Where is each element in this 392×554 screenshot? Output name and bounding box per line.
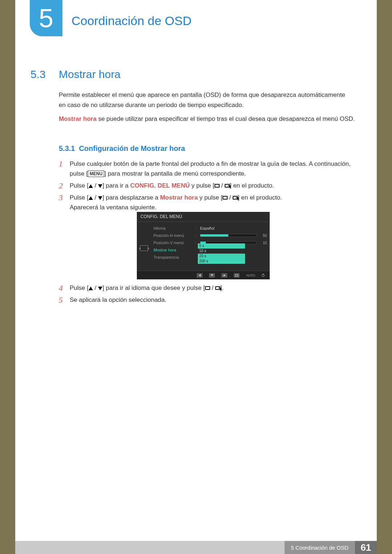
- osd-option-10s: 10 s: [198, 249, 245, 254]
- osd-row-idioma: Idioma: [154, 225, 195, 232]
- osd-body: Idioma Posición-H menú Posición-V menú M…: [137, 222, 270, 261]
- up-arrow-icon: [89, 184, 93, 188]
- osd-val-posh: : 50: [195, 232, 267, 239]
- down-arrow-icon: [98, 287, 102, 290]
- step-number: 5: [59, 295, 70, 305]
- chapter-number: 5: [39, 3, 53, 33]
- step-4: 4 Pulse [ / ] para ir al idioma que dese…: [59, 283, 356, 293]
- section-title: Mostrar hora: [59, 68, 121, 81]
- document-page: 5 Coordinación de OSD 5.3 Mostrar hora P…: [15, 0, 377, 554]
- osd-values: : Español : 50 : 10 5 s 10 s 20 s: [195, 222, 270, 261]
- menu-key-label: MENU: [88, 171, 104, 177]
- select-icon: [215, 184, 220, 188]
- osd-preview-window: CONFIG. DEL MENÚ Idioma Posición-H menú …: [137, 212, 270, 279]
- osd-val-idioma: : Español: [195, 225, 267, 232]
- step-5: 5 Se aplicará la opción seleccionada.: [59, 295, 356, 305]
- up-arrow-icon: [89, 287, 93, 290]
- osd-footer: AUTO: [137, 271, 270, 279]
- enter-icon: [225, 184, 230, 188]
- step3-highlight: Mostrar hora: [160, 194, 198, 201]
- step-number: 3: [59, 193, 70, 212]
- intro-highlight: Mostrar hora: [59, 115, 97, 122]
- osd-down-icon: [209, 273, 215, 278]
- subsection-number: 5.3.1: [59, 144, 75, 152]
- osd-power-icon: [262, 274, 265, 277]
- osd-row-posh: Posición-H menú: [154, 232, 195, 239]
- osd-labels: Idioma Posición-H menú Posición-V menú M…: [151, 222, 195, 261]
- steps-list-lower: 4 Pulse [ / ] para ir al idioma que dese…: [59, 283, 356, 307]
- select-icon: [222, 196, 228, 200]
- osd-option-200s: 200 s: [198, 259, 245, 264]
- up-arrow-icon: [89, 196, 93, 200]
- select-icon: [205, 286, 210, 290]
- osd-position-icon: [140, 245, 148, 251]
- osd-posv-value: 10: [259, 241, 267, 245]
- footer-page-number: 61: [355, 541, 377, 554]
- step-2: 2 Pulse [ / ] para ir a CONFIG. DEL MENÚ…: [59, 181, 356, 190]
- intro-rest: se puede utilizar para especificar el ti…: [97, 115, 355, 122]
- page-footer: 5 Coordinación de OSD 61: [15, 541, 377, 554]
- osd-option-20s: 20 s: [198, 254, 245, 259]
- enter-icon: [233, 196, 238, 200]
- osd-slider-h: [200, 234, 257, 237]
- osd-idioma-value: Español: [200, 226, 215, 230]
- osd-header: CONFIG. DEL MENÚ: [137, 212, 270, 222]
- enter-icon: [215, 286, 220, 290]
- step2-highlight: CONFIG. DEL MENÚ: [130, 182, 190, 189]
- step-body: Pulse [ / ] para desplazarse a Mostrar h…: [70, 193, 356, 212]
- section-number: 5.3: [30, 68, 46, 81]
- subsection-heading: 5.3.1 Configuración de Mostrar hora: [59, 144, 185, 153]
- footer-breadcrumb: 5 Coordinación de OSD: [285, 541, 355, 554]
- intro-paragraph-1: Permite establecer el menú que aparece e…: [59, 90, 349, 110]
- chapter-badge: 5: [30, 0, 62, 36]
- step-3: 3 Pulse [ / ] para desplazarse a Mostrar…: [59, 193, 356, 212]
- intro-paragraph-2: Mostrar hora se puede utilizar para espe…: [59, 114, 355, 124]
- chapter-title: Coordinación de OSD: [72, 14, 192, 28]
- osd-dropdown: 5 s 10 s 20 s 200 s: [198, 243, 245, 264]
- step-number: 1: [59, 159, 70, 178]
- step-number: 4: [59, 283, 70, 293]
- osd-posh-value: 50: [259, 234, 267, 238]
- step-body: Se aplicará la opción seleccionada.: [70, 295, 356, 305]
- subsection-title: Configuración de Mostrar hora: [79, 144, 185, 152]
- osd-row-trans: Transparencia: [154, 254, 195, 261]
- steps-list-upper: 1 Pulse cualquier botón de la parte fron…: [59, 159, 356, 214]
- osd-row-mostrar: Mostrar hora: [154, 246, 195, 254]
- osd-enter-icon: [234, 273, 240, 278]
- down-arrow-icon: [98, 196, 102, 200]
- step-1: 1 Pulse cualquier botón de la parte fron…: [59, 159, 356, 178]
- osd-auto-label: AUTO: [246, 274, 255, 277]
- step-body: Pulse cualquier botón de la parte fronta…: [70, 159, 356, 178]
- osd-row-posv: Posición-V menú: [154, 239, 195, 246]
- osd-back-icon: [197, 273, 203, 278]
- footer-spacer: [15, 541, 285, 554]
- step-number: 2: [59, 181, 70, 190]
- osd-up-icon: [221, 273, 227, 278]
- step-body: Pulse [ / ] para ir al idioma que desee …: [70, 283, 356, 293]
- step-body: Pulse [ / ] para ir a CONFIG. DEL MENÚ y…: [70, 181, 356, 190]
- down-arrow-icon: [98, 184, 102, 188]
- osd-option-5s: 5 s: [198, 243, 245, 249]
- osd-sidebar: [137, 222, 151, 261]
